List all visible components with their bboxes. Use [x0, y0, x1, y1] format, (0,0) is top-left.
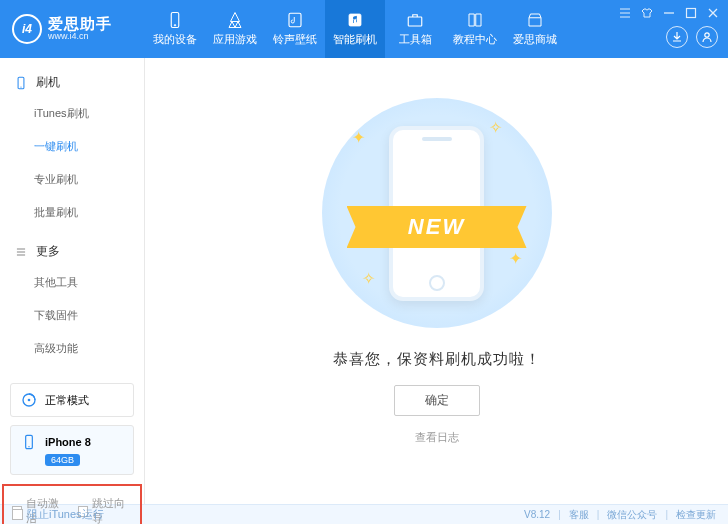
sparkle-icon: ✦	[352, 128, 365, 147]
nav-apps[interactable]: 应用游戏	[205, 0, 265, 58]
svg-point-6	[705, 33, 709, 37]
svg-rect-4	[408, 17, 422, 26]
svg-point-10	[28, 399, 31, 402]
mode-label: 正常模式	[45, 393, 89, 408]
svg-point-1	[174, 25, 176, 27]
device-name: iPhone 8	[45, 436, 91, 448]
store-icon	[525, 11, 545, 29]
nav-my-device[interactable]: 我的设备	[145, 0, 205, 58]
update-link[interactable]: 检查更新	[676, 508, 716, 522]
sidebar-item-download[interactable]: 下载固件	[34, 299, 144, 332]
nav-store[interactable]: 爱思商城	[505, 0, 565, 58]
svg-rect-5	[687, 9, 696, 18]
nav-toolbox[interactable]: 工具箱	[385, 0, 445, 58]
maximize-icon[interactable]	[684, 6, 698, 20]
nav-label: 我的设备	[153, 32, 197, 47]
sparkle-icon: ✧	[362, 269, 375, 288]
view-log-link[interactable]: 查看日志	[415, 430, 459, 445]
skin-icon[interactable]	[640, 6, 654, 20]
sidebar-item-itunes[interactable]: iTunes刷机	[34, 97, 144, 130]
minimize-icon[interactable]	[662, 6, 676, 20]
app-title: 爱思助手	[48, 16, 112, 33]
sidebar-item-other[interactable]: 其他工具	[34, 266, 144, 299]
device-selector[interactable]: iPhone 8 64GB	[10, 425, 134, 475]
window-controls	[618, 6, 720, 20]
version-label: V8.12	[524, 509, 550, 520]
svg-rect-3	[349, 14, 361, 26]
checkbox-icon	[12, 509, 23, 520]
new-ribbon: NEW	[347, 206, 527, 248]
apps-icon	[225, 11, 245, 29]
music-icon	[285, 11, 305, 29]
sidebar-section-label: 更多	[36, 243, 60, 260]
download-icon[interactable]	[666, 26, 688, 48]
success-message: 恭喜您，保资料刷机成功啦！	[333, 350, 541, 369]
nav-flash[interactable]: 智能刷机	[325, 0, 385, 58]
support-link[interactable]: 客服	[569, 508, 589, 522]
sparkle-icon: ✦	[509, 249, 522, 268]
book-icon	[465, 11, 485, 29]
main-content: ✦ ✧ ✧ ✦ NEW 恭喜您，保资料刷机成功啦！ 确定 查看日志	[145, 58, 728, 504]
svg-point-8	[20, 86, 21, 87]
menu-icon[interactable]	[618, 6, 632, 20]
logo-area[interactable]: i4 爱思助手 www.i4.cn	[0, 0, 145, 58]
checkbox-block-itunes[interactable]: 阻止iTunes运行	[12, 507, 104, 522]
toolbox-icon	[405, 11, 425, 29]
nav-label: 爱思商城	[513, 32, 557, 47]
nav-label: 教程中心	[453, 32, 497, 47]
sidebar-item-batch[interactable]: 批量刷机	[34, 196, 144, 229]
nav-label: 工具箱	[399, 32, 432, 47]
nav-ringtones[interactable]: 铃声壁纸	[265, 0, 325, 58]
nav-label: 铃声壁纸	[273, 32, 317, 47]
sidebar-item-pro[interactable]: 专业刷机	[34, 163, 144, 196]
sidebar-section-flash[interactable]: 刷机	[0, 68, 144, 97]
device-icon	[165, 11, 185, 29]
nav-label: 智能刷机	[333, 32, 377, 47]
mode-selector[interactable]: 正常模式	[10, 383, 134, 417]
sidebar-section-more[interactable]: 更多	[0, 237, 144, 266]
success-illustration: ✦ ✧ ✧ ✦ NEW	[322, 98, 552, 328]
ok-button[interactable]: 确定	[394, 385, 480, 416]
sidebar-section-label: 刷机	[36, 74, 60, 91]
sidebar: 刷机 iTunes刷机 一键刷机 专业刷机 批量刷机 更多 其他工具 下载固件 …	[0, 58, 145, 504]
close-icon[interactable]	[706, 6, 720, 20]
app-header: i4 爱思助手 www.i4.cn 我的设备 应用游戏 铃声壁纸 智能刷机 工具…	[0, 0, 728, 58]
wechat-link[interactable]: 微信公众号	[607, 508, 657, 522]
sidebar-item-oneclick[interactable]: 一键刷机	[34, 130, 144, 163]
logo-icon: i4	[12, 14, 42, 44]
storage-badge: 64GB	[45, 454, 80, 466]
nav-tutorials[interactable]: 教程中心	[445, 0, 505, 58]
svg-point-12	[28, 446, 29, 447]
app-url: www.i4.cn	[48, 32, 112, 42]
user-icon[interactable]	[696, 26, 718, 48]
flash-icon	[345, 11, 365, 29]
sidebar-item-advanced[interactable]: 高级功能	[34, 332, 144, 365]
svg-rect-2	[289, 13, 301, 27]
checkbox-label: 阻止iTunes运行	[27, 507, 104, 522]
nav-label: 应用游戏	[213, 32, 257, 47]
sparkle-icon: ✧	[489, 118, 502, 137]
